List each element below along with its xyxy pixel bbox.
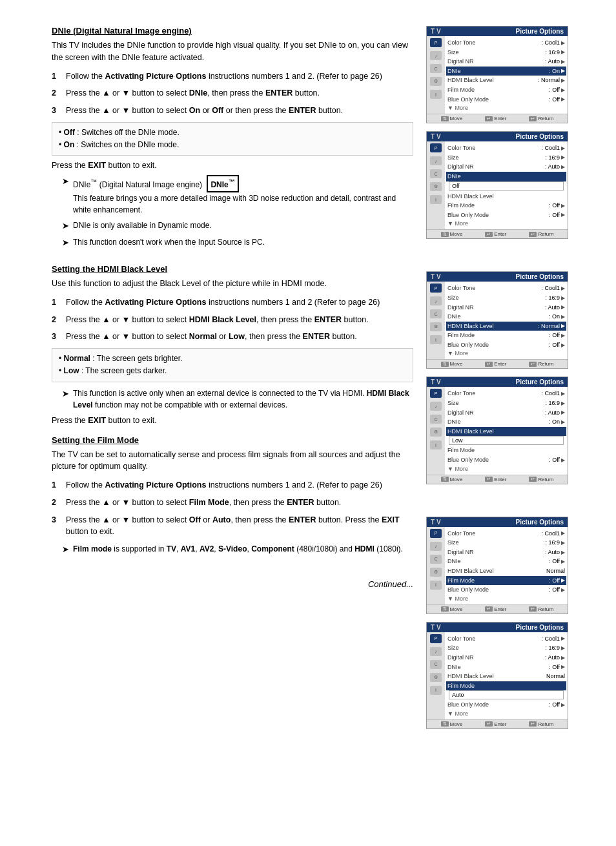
film-step-num-3: 3 bbox=[52, 514, 61, 539]
setup-icon-3: ⚙ bbox=[430, 322, 442, 331]
hdmi-step-1: 1 Follow the Activating Picture Options … bbox=[52, 296, 413, 309]
hdmi-section: Setting the HDMI Black Level Use this fu… bbox=[52, 264, 413, 424]
spacer-2 bbox=[426, 492, 581, 511]
row-film-6: Film Mode bbox=[446, 681, 566, 691]
return-item-2: ↩ Return bbox=[529, 231, 553, 237]
enter-icon-2: ↵ bbox=[485, 232, 493, 237]
film-step-1: 1 Follow the Activating Picture Options … bbox=[52, 479, 413, 491]
return-icon-3: ↩ bbox=[529, 362, 537, 367]
row-blue-6: Blue Only Mode: Off ▶ bbox=[447, 700, 565, 710]
row-hdmi-5: HDMI Black LevelNormal bbox=[447, 566, 565, 576]
row-color-tone-1: Color Tone: Cool1 ▶ bbox=[447, 38, 565, 48]
channel-icon-2: C bbox=[430, 169, 442, 178]
row-size-2: Size: 16:9 ▶ bbox=[447, 153, 565, 163]
return-item-3: ↩ Return bbox=[529, 361, 553, 367]
hdmi-step-num-1: 1 bbox=[52, 296, 61, 309]
continued-area: Continued... bbox=[52, 566, 413, 589]
move-icon-5: ⇅ bbox=[441, 606, 449, 612]
setup-icon-4: ⚙ bbox=[430, 428, 442, 437]
hdmi-title: Setting the HDMI Black Level bbox=[52, 264, 413, 274]
tv-more-6: ▼ More bbox=[447, 710, 565, 717]
channel-icon-6: C bbox=[430, 660, 442, 669]
channel-icon-5: C bbox=[430, 555, 442, 564]
row-film-3: Film Mode: Off ▶ bbox=[447, 331, 565, 340]
move-icon-6: ⇅ bbox=[441, 721, 449, 727]
hdmi-step-3: 3 Press the ▲ or ▼ button to select Norm… bbox=[52, 331, 413, 343]
dnie-step-1: 1 Follow the Activating Picture Options … bbox=[52, 70, 413, 83]
row-sz-4: Size: 16:9 ▶ bbox=[447, 398, 565, 408]
tv-body-3: P ♪ C ⚙ I Color Tone: Cool1 ▶ Size: 16:9… bbox=[427, 282, 568, 359]
tv-body-6: P ♪ C ⚙ I Color Tone: Cool1 ▶ Size: 16:9… bbox=[427, 632, 568, 719]
return-icon-5: ↩ bbox=[529, 606, 537, 612]
tv-footer-4: ⇅ Move ↵ Enter ↩ Return bbox=[427, 475, 568, 484]
dnie-notes: ➤ DNIe™ (Digital Natural Image engine) D… bbox=[62, 175, 413, 249]
film-note-1-text: Film mode is supported in TV, AV1, AV2, … bbox=[73, 543, 403, 556]
hdmi-step-text-2: Press the ▲ or ▼ button to select HDMI B… bbox=[66, 314, 413, 326]
arrow-icon-3: ➤ bbox=[62, 236, 69, 249]
po-label-4: Picture Options bbox=[516, 378, 564, 386]
input-icon-4: I bbox=[430, 440, 442, 449]
enter-icon-4: ↵ bbox=[485, 477, 493, 482]
row-hdmi-6: HDMI Black LevelNormal bbox=[447, 672, 565, 681]
move-icon-2: ⇅ bbox=[441, 232, 449, 237]
screens-column: T V Picture Options P ♪ C ⚙ I Color Tone… bbox=[426, 26, 581, 820]
enter-icon-1: ↵ bbox=[485, 116, 493, 121]
tv-sidebar-3: P ♪ C ⚙ I bbox=[427, 282, 445, 359]
po-label-2: Picture Options bbox=[516, 133, 564, 140]
tv-sidebar-1: P ♪ C ⚙ I bbox=[427, 36, 445, 114]
tv-content-5: Color Tone: Cool1 ▶ Size: 16:9 ▶ Digital… bbox=[445, 527, 568, 604]
sound-icon-3: ♪ bbox=[430, 296, 442, 305]
tv-footer-2: ⇅ Move ↵ Enter ↩ Return bbox=[427, 229, 568, 238]
film-step-3: 3 Press the ▲ or ▼ button to select Off … bbox=[52, 514, 413, 539]
film-dropdown: Auto bbox=[449, 690, 564, 699]
tv-content-3: Color Tone: Cool1 ▶ Size: 16:9 ▶ Digital… bbox=[445, 282, 568, 359]
picture-icon-2: P bbox=[430, 143, 442, 152]
step-num-2: 2 bbox=[52, 87, 61, 99]
move-item-5: ⇅ Move bbox=[441, 606, 463, 612]
film-tv-screen-2: T V Picture Options P ♪ C ⚙ I Color Tone… bbox=[426, 622, 568, 729]
row-dnie-4: DNIe: On ▶ bbox=[447, 417, 565, 427]
enter-icon-5: ↵ bbox=[485, 606, 493, 612]
return-item-6: ↩ Return bbox=[529, 721, 553, 727]
sound-icon-1: ♪ bbox=[430, 51, 442, 60]
dnie-note-3-text: This function doesn't work when the Inpu… bbox=[73, 236, 265, 249]
row-dnr-3: Digital NR: Auto ▶ bbox=[447, 303, 565, 313]
tv-label-4: T V bbox=[431, 378, 441, 386]
hdmi-step-num-3: 3 bbox=[52, 331, 61, 343]
row-ct-6: Color Tone: Cool1 ▶ bbox=[447, 634, 565, 644]
dnie-tv-screen-1: T V Picture Options P ♪ C ⚙ I Color Tone… bbox=[426, 26, 568, 123]
tv-footer-1: ⇅ Move ↵ Enter ↩ Return bbox=[427, 114, 568, 123]
row-film-4: Film Mode bbox=[447, 446, 565, 455]
tv-body-4: P ♪ C ⚙ I Color Tone: Cool1 ▶ Size: 16:9… bbox=[427, 387, 568, 474]
move-item-6: ⇅ Move bbox=[441, 721, 463, 727]
tv-more-4: ▼ More bbox=[447, 465, 565, 473]
spacer-1 bbox=[426, 247, 581, 266]
tv-footer-3: ⇅ Move ↵ Enter ↩ Return bbox=[427, 359, 568, 368]
enter-item-3: ↵ Enter bbox=[485, 361, 506, 367]
input-icon-3: I bbox=[430, 335, 442, 344]
text-column: DNIe (Digital Natural Image engine) This… bbox=[52, 26, 413, 820]
setup-icon-2: ⚙ bbox=[430, 182, 442, 191]
row-dnr-4: Digital NR: Auto ▶ bbox=[447, 408, 565, 418]
move-item-3: ⇅ Move bbox=[441, 361, 463, 367]
film-step-text-1: Follow the Activating Picture Options in… bbox=[66, 479, 413, 491]
tv-header-1: T V Picture Options bbox=[427, 26, 568, 36]
hdmi-intro: Use this function to adjust the Black Le… bbox=[52, 278, 413, 290]
film-notes: ➤ Film mode is supported in TV, AV1, AV2… bbox=[62, 543, 413, 556]
enter-item-1: ↵ Enter bbox=[485, 116, 506, 121]
setup-icon-1: ⚙ bbox=[430, 77, 442, 86]
dnie-section: DNIe (Digital Natural Image engine) This… bbox=[52, 26, 413, 249]
sound-icon-2: ♪ bbox=[430, 156, 442, 165]
enter-icon-3: ↵ bbox=[485, 362, 493, 367]
hdmi-info-1: • Normal : The screen gets brighter. bbox=[59, 353, 406, 365]
dnie-note-1-text: DNIe™ (Digital Natural Image engine) DNI… bbox=[73, 175, 413, 216]
po-label-6: Picture Options bbox=[516, 624, 564, 631]
tv-content-6: Color Tone: Cool1 ▶ Size: 16:9 ▶ Digital… bbox=[445, 632, 568, 719]
tv-label-6: T V bbox=[431, 624, 441, 631]
hdmi-note-1-text: This function is active only when an ext… bbox=[73, 387, 413, 411]
return-item-4: ↩ Return bbox=[529, 477, 553, 482]
main-content: DNIe (Digital Natural Image engine) This… bbox=[52, 26, 584, 820]
tv-header-4: T V Picture Options bbox=[427, 377, 568, 387]
hdmi-tv-screen-2: T V Picture Options P ♪ C ⚙ I Color Tone… bbox=[426, 377, 568, 484]
row-ct-3: Color Tone: Cool1 ▶ bbox=[447, 284, 565, 293]
